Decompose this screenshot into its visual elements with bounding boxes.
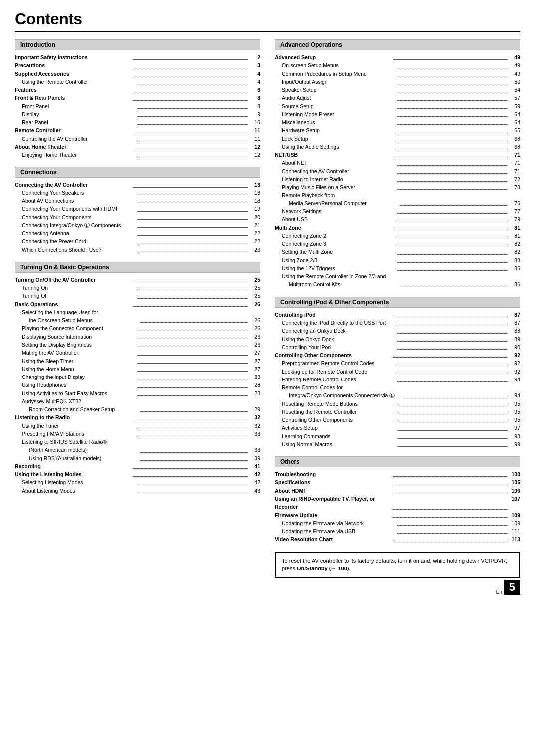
toc-dots [137, 246, 248, 252]
toc-dots [397, 264, 508, 271]
toc-dots [397, 232, 508, 238]
toc-item-title: Using the Remote Controller [15, 78, 135, 86]
toc-item: Using Headphones28 [15, 381, 260, 389]
toc-item-page: 97 [509, 424, 520, 432]
toc-item-page: 2 [249, 53, 260, 61]
toc-item-title: Multiroom Control Kits [275, 280, 399, 288]
toc-item-title: Entering Remote Control Codes [275, 376, 395, 383]
toc-dots [393, 151, 508, 157]
toc-dots [137, 365, 248, 372]
section-header: Introduction [15, 39, 260, 50]
section-controlling-ipod: Controlling iPod & Other ComponentsContr… [275, 297, 520, 449]
toc-dots [393, 470, 508, 477]
toc-item-title: (North American models) [15, 446, 139, 454]
toc-item-page: 33 [249, 430, 260, 438]
toc-dots [133, 143, 248, 149]
toc-item: Using Normal Macros99 [275, 440, 520, 448]
toc-item-page: 86 [509, 280, 520, 288]
toc-item: Updating the Firmware via USB111 [275, 527, 520, 535]
toc-item-page: 13 [249, 181, 260, 189]
toc-item-page: 92 [509, 351, 520, 359]
toc-dots [133, 300, 248, 307]
toc-item: Integra/Onkyo Components Connected via Ⓛ… [275, 391, 520, 399]
toc-item-title: On-screen Setup Menus [275, 61, 395, 69]
toc-item-title: Connecting Zone 3 [275, 240, 395, 248]
toc-item-page: 87 [509, 319, 520, 327]
toc-dots [137, 422, 248, 428]
toc-item: Audio Adjust57 [275, 94, 520, 102]
toc-dots [137, 213, 248, 220]
toc-item-title: Using Activities to Start Easy Macros [15, 389, 135, 397]
toc-item: Using RDS (Australian models)39 [15, 454, 260, 462]
toc-item-title: Remote Controller [15, 126, 132, 134]
toc-dots [137, 389, 248, 396]
toc-item-title: Audio Adjust [275, 94, 395, 102]
section-others: OthersTroubleshooting100Specifications10… [275, 456, 520, 543]
toc-item: Entering Remote Control Codes94 [275, 376, 520, 383]
toc-item-title: Remote Control Codes for [275, 383, 520, 391]
toc-item: Basic Operations26 [15, 300, 260, 308]
toc-item-page: 26 [249, 333, 260, 341]
left-column: IntroductionImportant Safety Instruction… [15, 39, 260, 595]
toc-dots [137, 197, 248, 203]
toc-item-page: 26 [249, 341, 260, 349]
toc-item: Front Panel8 [15, 102, 260, 110]
toc-item-page: 106 [509, 487, 520, 495]
toc-item-title: Using the Remote Controller in Zone 2/3 … [275, 272, 520, 280]
toc-dots [137, 324, 248, 331]
toc-item: Muting the AV Controller27 [15, 349, 260, 357]
toc-item-title: Changing the Input Display [15, 373, 135, 381]
toc-item-page: 9 [249, 110, 260, 118]
toc-item-title: Using the Home Menu [15, 365, 135, 373]
toc-item-title: Using Normal Macros [275, 440, 395, 448]
toc-item: Connecting Your Components20 [15, 213, 260, 221]
toc-dots [137, 284, 248, 290]
toc-item-title: Connecting Your Components [15, 213, 135, 221]
toc-item: Using an RIHD-compatible TV, Player, or … [275, 495, 520, 511]
toc-dots [400, 199, 508, 206]
toc-item-page: 19 [249, 205, 260, 213]
toc-item-page: 27 [249, 365, 260, 373]
toc-item-title: Input/Output Assign [275, 78, 395, 86]
toc-item-title: Miscellaneous [275, 118, 395, 126]
toc-item-page: 95 [509, 400, 520, 408]
toc-items: Troubleshooting100Specifications105About… [275, 470, 520, 543]
toc-item: Using the Listening Modes42 [15, 470, 260, 478]
toc-item-title: Which Connections Should I Use? [15, 246, 135, 254]
toc-dots [133, 126, 248, 133]
toc-dots [133, 276, 248, 282]
toc-dots [137, 292, 248, 298]
toc-dots [397, 327, 508, 333]
toc-item-title: Connecting an Onkyo Dock [275, 327, 395, 335]
toc-dots [393, 478, 508, 485]
toc-item: Turning On/Off the AV Controller25 [15, 276, 260, 284]
toc-item-title: Preprogrammed Remote Control Codes [275, 359, 395, 367]
toc-item-title: Connecting the AV Controller [275, 167, 395, 175]
toc-dots [400, 280, 508, 287]
toc-item-page: 113 [509, 535, 520, 543]
toc-item: Supplied Accessories4 [15, 70, 260, 78]
toc-item-title: Controlling the AV Controller [15, 135, 135, 143]
toc-item-page: 22 [249, 237, 260, 245]
toc-item-title: Lock Setup [275, 135, 395, 143]
toc-dots [133, 70, 248, 76]
toc-dots [133, 462, 248, 469]
toc-item-page: 29 [249, 405, 260, 413]
toc-item: Using the 12V Triggers85 [275, 264, 520, 272]
toc-item: Connecting Zone 382 [275, 240, 520, 248]
toc-item-page: 26 [249, 316, 260, 324]
toc-items: Controlling iPod87Connecting the iPod Di… [275, 311, 520, 449]
toc-item-title: Front Panel [15, 102, 135, 110]
toc-item: Connecting Integra/Onkyo Ⓛ Components21 [15, 221, 260, 229]
toc-item-page: 20 [249, 213, 260, 221]
toc-item: Listening Mode Preset64 [275, 110, 520, 118]
toc-item-page: 98 [509, 432, 520, 440]
toc-dots [397, 167, 508, 174]
toc-item-page: 12 [249, 143, 260, 151]
toc-item: Multi Zone81 [275, 224, 520, 232]
toc-item: Speaker Setup54 [275, 86, 520, 94]
toc-item: NET/USB71 [275, 151, 520, 159]
toc-item-page: 18 [249, 197, 260, 205]
toc-item-page: 81 [509, 232, 520, 240]
toc-item-title: Connecting Integra/Onkyo Ⓛ Components [15, 221, 135, 229]
